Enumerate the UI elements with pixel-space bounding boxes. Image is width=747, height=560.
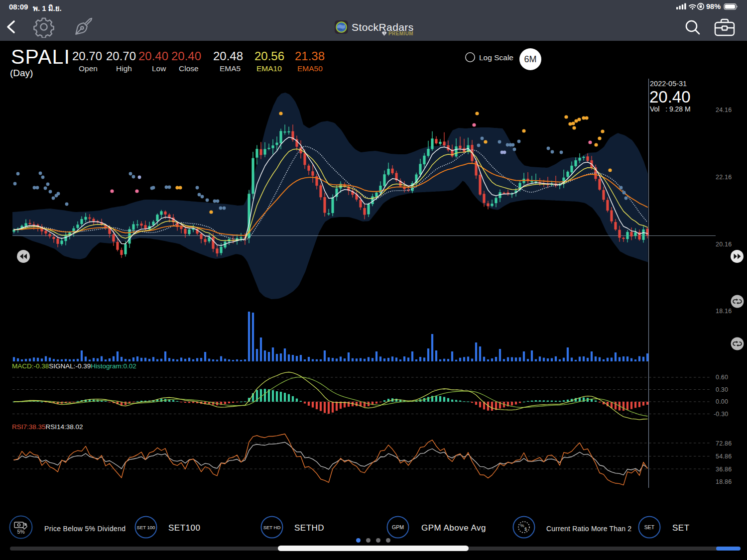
svg-text:SET: SET — [644, 524, 655, 530]
svg-text:SET HD: SET HD — [263, 525, 281, 530]
svg-text:SET 100: SET 100 — [137, 525, 155, 530]
svg-text:$: $ — [524, 527, 527, 532]
svg-text:5%: 5% — [17, 529, 24, 535]
svg-text:98%: 98% — [706, 2, 721, 10]
svg-text:%: % — [520, 523, 524, 528]
svg-text:GPM: GPM — [392, 524, 404, 530]
